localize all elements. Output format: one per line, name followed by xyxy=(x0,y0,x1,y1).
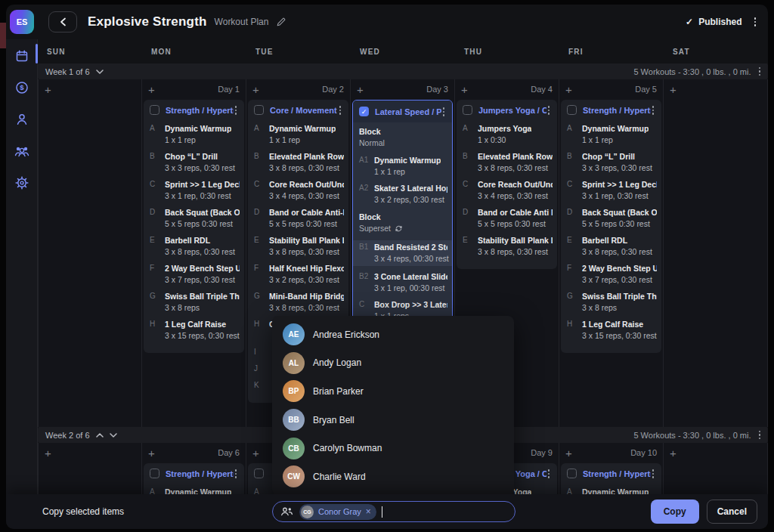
workout-checkbox[interactable] xyxy=(150,105,159,115)
exercise-row[interactable]: CCore Reach Out/Under3 x 4 reps, 0:30 re… xyxy=(463,179,553,202)
sidebar-item-calendar[interactable] xyxy=(14,48,29,63)
athlete-option[interactable]: CWCharlie Ward xyxy=(272,462,514,491)
exercise-row[interactable]: GMini-Band Hip Bridge w/ ...3 x 8 reps, … xyxy=(254,291,344,314)
exercise-row[interactable]: ADynamic Warmup1 x 1 rep xyxy=(150,123,240,146)
workout-checkbox[interactable] xyxy=(254,105,264,115)
add-workout-button[interactable]: + xyxy=(148,84,155,95)
exercise-row[interactable]: BChop “L” Drill3 x 3 reps, 0:30 rest xyxy=(567,151,657,174)
workout-checkbox[interactable] xyxy=(567,105,577,115)
add-workout-button[interactable]: + xyxy=(670,84,676,95)
workout-card[interactable]: Strength / Hypertro...ADynamic Warmup1 x… xyxy=(561,100,661,353)
cancel-button[interactable]: Cancel xyxy=(707,500,757,524)
exercise-row[interactable]: H1 Leg Calf Raise3 x 15 reps, 0:30 rest xyxy=(150,319,240,342)
add-workout-button[interactable]: + xyxy=(252,84,259,95)
workout-menu-button[interactable] xyxy=(651,104,656,116)
workout-checkbox[interactable] xyxy=(150,469,159,478)
exercise-row[interactable]: BElevated Plank Row3 x 8 reps, 0:30 rest xyxy=(463,151,553,174)
exercise-row[interactable]: FHalf Kneel Hip Flexor Rais...3 x 2 reps… xyxy=(254,263,344,286)
exercise-row[interactable]: GSwiss Ball Triple Threat3 x 8 reps xyxy=(150,291,240,314)
exercise-row[interactable]: DBack Squat (Back Off Set)5 x 5 reps 0:3… xyxy=(567,207,657,230)
sidebar-item-teams[interactable] xyxy=(14,144,29,159)
exercise-row[interactable]: DBand or Cable Anti-Rotati...5 x 5 reps … xyxy=(254,207,344,230)
week-selector[interactable]: Week 1 of 6 xyxy=(45,67,104,76)
exercise-row[interactable]: EBarbell RDL3 x 8 reps, 0:30 rest xyxy=(567,235,657,258)
exercise-row[interactable]: B1Band Resisted 2 Step Late...3 x 4 reps… xyxy=(353,240,452,266)
app-logo-badge[interactable]: ES xyxy=(10,10,34,34)
exercise-row[interactable]: A2Skater 3 Lateral Hops >> ...3 x 2 reps… xyxy=(359,183,447,206)
sidebar-item-athlete[interactable] xyxy=(14,112,29,127)
sidebar-item-billing[interactable]: $ xyxy=(14,80,29,95)
edit-title-button[interactable] xyxy=(276,17,286,27)
exercise-row[interactable]: EStability Ball Plank Linear ...3 x 8 re… xyxy=(463,235,553,258)
workout-menu-button[interactable] xyxy=(651,468,656,480)
workout-menu-button[interactable] xyxy=(234,104,239,116)
workout-title[interactable]: Strength / Hypertro... xyxy=(583,106,651,115)
sidebar-item-settings[interactable] xyxy=(14,175,29,190)
workout-card[interactable]: Strength / Hypertro...ADynamic Warmup1 x… xyxy=(144,463,244,494)
back-button[interactable] xyxy=(48,11,77,32)
add-workout-button[interactable]: + xyxy=(565,84,572,95)
published-status[interactable]: ✓ Published xyxy=(686,17,741,27)
workout-checkbox[interactable] xyxy=(567,469,577,478)
add-workout-button[interactable]: + xyxy=(252,447,259,459)
workout-checkbox[interactable] xyxy=(463,105,472,115)
selected-athlete-chip[interactable]: CG Conor Gray × xyxy=(299,504,376,520)
exercise-row[interactable]: B23 Cone Lateral Slide3 x 1 rep, 00:30 r… xyxy=(359,271,447,294)
exercise-row[interactable]: F2 Way Bench Step Up3 x 7 reps, 0:30 res… xyxy=(567,263,657,286)
week-selector[interactable]: Week 2 of 6 xyxy=(45,431,117,440)
athlete-option[interactable]: BBBryan Bell xyxy=(272,406,514,435)
exercise-row[interactable]: EStability Ball Plank Linear ...3 x 8 re… xyxy=(254,235,344,258)
workout-title[interactable]: Lateral Speed / Plyo xyxy=(375,107,441,116)
workout-card[interactable]: Strength / Hypertro...ADynamic Warmup1 x… xyxy=(561,463,661,494)
athlete-option[interactable]: BPBrian Parker xyxy=(272,377,514,406)
exercise-row[interactable]: EBarbell RDL3 x 8 reps, 0:30 rest xyxy=(150,235,240,258)
athlete-option[interactable]: CBCarolyn Bowman xyxy=(272,434,514,462)
workout-checkbox[interactable]: ✓ xyxy=(359,107,369,116)
athlete-option[interactable]: ALAndy Logan xyxy=(272,349,514,378)
exercise-row[interactable]: CCore Reach Out/Under3 x 4 reps, 0:30 re… xyxy=(254,179,344,202)
workout-menu-button[interactable] xyxy=(546,468,552,480)
exercise-row[interactable]: AJumpers Yoga1 x 0:30 xyxy=(463,123,553,146)
add-workout-button[interactable]: + xyxy=(148,447,155,459)
exercise-row[interactable]: ADynamic Warmup1 x 1 rep xyxy=(150,487,240,495)
workout-menu-button[interactable] xyxy=(546,104,552,116)
workout-card[interactable]: Strength / Hypertro...ADynamic Warmup1 x… xyxy=(144,100,244,353)
header-menu-button[interactable] xyxy=(753,16,758,28)
workout-menu-button[interactable] xyxy=(441,106,447,118)
add-workout-button[interactable]: + xyxy=(670,447,676,459)
workout-menu-button[interactable] xyxy=(338,104,343,116)
week-menu-button[interactable] xyxy=(757,429,763,441)
add-workout-button[interactable]: + xyxy=(45,447,51,459)
exercise-row[interactable]: ADynamic Warmup1 x 1 rep xyxy=(567,123,657,146)
exercise-row[interactable]: BElevated Plank Row3 x 8 reps, 0:30 rest xyxy=(254,151,344,174)
workout-title[interactable]: Jumpers Yoga / Core xyxy=(478,106,546,115)
add-workout-button[interactable]: + xyxy=(565,447,572,459)
exercise-row[interactable]: CSprint >> 1 Leg Declarations3 x 1 rep, … xyxy=(567,179,657,202)
exercise-row[interactable]: DBand or Cable Anti Rotati...5 x 5 reps … xyxy=(463,207,553,230)
chip-remove-icon[interactable]: × xyxy=(366,507,371,516)
add-workout-button[interactable]: + xyxy=(461,84,468,95)
exercise-row[interactable]: ADynamic Warmup1 x 1 rep xyxy=(254,123,344,146)
workout-menu-button[interactable] xyxy=(234,468,239,480)
exercise-row[interactable]: A1Dynamic Warmup1 x 1 rep xyxy=(359,155,447,178)
exercise-row[interactable]: H1 Leg Calf Raise3 x 15 reps, 0:30 rest xyxy=(567,319,657,342)
exercise-row[interactable]: ADynamic Warmup1 x 1 rep xyxy=(567,487,657,495)
exercise-row[interactable]: BChop “L” Drill3 x 3 reps, 0:30 rest xyxy=(150,151,240,174)
workout-title[interactable]: Core / Movement Q... xyxy=(270,106,338,115)
workout-checkbox[interactable] xyxy=(254,469,264,478)
workout-card[interactable]: Jumpers Yoga / CoreAJumpers Yoga1 x 0:30… xyxy=(457,100,557,269)
week-menu-button[interactable] xyxy=(757,66,763,78)
exercise-row[interactable]: CSprint >> 1 Leg Declarations3 x 1 rep, … xyxy=(150,179,240,202)
athlete-option[interactable]: AEAndrea Erickson xyxy=(272,320,514,349)
app-logo[interactable]: ES xyxy=(6,10,38,34)
exercise-row[interactable]: F2 Way Bench Step Up3 x 7 reps, 0:30 res… xyxy=(150,263,240,286)
add-workout-button[interactable]: + xyxy=(45,84,51,95)
add-workout-button[interactable]: + xyxy=(357,84,364,95)
exercise-row[interactable]: GSwiss Ball Triple Threat3 x 8 reps xyxy=(567,291,657,314)
workout-title[interactable]: Strength / Hypertro... xyxy=(166,106,234,115)
copy-button[interactable]: Copy xyxy=(651,500,699,524)
workout-title[interactable]: Strength / Hypertro... xyxy=(583,469,651,478)
athlete-search-input[interactable]: CG Conor Gray × xyxy=(272,501,515,522)
exercise-row[interactable]: DBack Squat (Back Off Set)5 x 5 reps 0:3… xyxy=(150,207,240,230)
workout-title[interactable]: Strength / Hypertro... xyxy=(166,469,234,478)
